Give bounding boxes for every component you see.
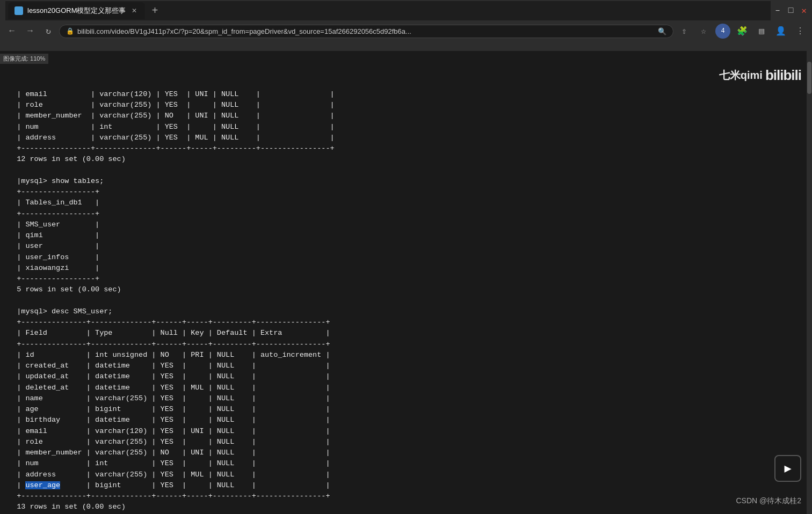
bookmark-icon[interactable]: ☆ [696, 24, 711, 39]
terminal-line-3: | member_number | varchar(255) | NO | UN… [8, 112, 335, 120]
terminal[interactable]: | email | varchar(120) | YES | UNI | NUL… [0, 51, 807, 514]
terminal-line-28: | age | bigint | YES | | NULL | | [8, 405, 330, 413]
terminal-line-10: | Tables_in_db1 | [8, 199, 99, 207]
terminal-line-13: | qimi | [8, 231, 99, 239]
terminal-line-17: +-----------------+ [8, 275, 99, 283]
forward-button[interactable]: → [23, 24, 38, 39]
terminal-line-30: | email | varchar(120) | YES | UNI | NUL… [8, 427, 330, 435]
highlighted-user-age: user_age [25, 481, 60, 489]
toolbar-icons: ⇧ ☆ 4 🧩 ▤ 👤 ⋮ [677, 24, 808, 39]
address-input[interactable]: 🔒 bilibili.com/video/BV1gJ411p7xC/?p=20&… [59, 25, 673, 38]
page-content: 图像完成: 110% | email | varchar(120) | YES … [0, 51, 812, 514]
sidebar-icon[interactable]: ▤ [754, 24, 769, 39]
terminal-line-35: | user_age | bigint | YES | | NULL | | [8, 481, 330, 489]
tab-bar: lesson20GORM模型定义那些事 ✕ + [5, 1, 771, 20]
maximize-button[interactable]: □ [788, 6, 794, 16]
terminal-line-37: 13 rows in set (0.00 sec) [8, 503, 126, 511]
terminal-line-32: | member_number | varchar(255) | NO | UN… [8, 449, 330, 457]
browser-chrome: lesson20GORM模型定义那些事 ✕ + – □ ✕ ← → ↻ 🔒 bi… [0, 0, 812, 51]
terminal-line-26: | deleted_at | datetime | YES | MUL | NU… [8, 384, 330, 392]
url-text: bilibili.com/video/BV1gJ411p7xC/?p=20&sp… [77, 27, 655, 35]
tab-label: lesson20GORM模型定义那些事 [27, 6, 126, 16]
share-icon[interactable]: ⇧ [677, 24, 692, 39]
terminal-line-5: | address | varchar(255) | YES | MUL | N… [8, 134, 335, 142]
window-controls: – □ ✕ [775, 5, 807, 16]
profile-icon[interactable]: 👤 [773, 24, 788, 39]
play-button[interactable]: ▶ [774, 455, 801, 482]
terminal-line-9: +-----------------+ [8, 188, 99, 196]
extension-icon[interactable]: 4 [715, 24, 730, 39]
terminal-line-2: | role | varchar(255) | YES | | NULL | | [8, 101, 335, 109]
terminal-line-23: | id | int unsigned | NO | PRI | NULL | … [8, 351, 330, 359]
terminal-line-15: | user_infos | [8, 253, 99, 261]
puzzle-icon[interactable]: 🧩 [735, 24, 750, 39]
terminal-line-36: +---------------+--------------+------+-… [8, 492, 330, 500]
terminal-line-29: | birthday | datetime | YES | | NULL | | [8, 416, 330, 424]
new-tab-button[interactable]: + [147, 3, 162, 18]
menu-icon[interactable]: ⋮ [793, 24, 808, 39]
terminal-line-20: +---------------+--------------+------+-… [8, 318, 330, 326]
terminal-content: | email | varchar(120) | YES | UNI | NUL… [8, 78, 799, 515]
active-tab[interactable]: lesson20GORM模型定义那些事 ✕ [8, 2, 145, 19]
terminal-line-33: | num | int | YES | | NULL | | [8, 459, 330, 467]
lock-icon: 🔒 [66, 27, 74, 35]
close-button[interactable]: ✕ [801, 5, 807, 16]
terminal-line-6: +----------------+--------------+------+… [8, 144, 335, 152]
terminal-line-16: | xiaowangzi | [8, 264, 99, 272]
search-icon: 🔍 [658, 27, 666, 35]
terminal-line-22: +---------------+--------------+------+-… [8, 340, 330, 348]
scrollbar[interactable] [807, 51, 812, 514]
terminal-line-25: | updated_at | datetime | YES | | NULL |… [8, 372, 330, 380]
terminal-line-4: | num | int | YES | | NULL | | [8, 123, 335, 131]
tab-close-btn[interactable]: ✕ [130, 6, 139, 15]
terminal-line-18: 5 rows in set (0.00 sec) [8, 285, 121, 293]
back-button[interactable]: ← [4, 24, 19, 39]
terminal-line-34: | address | varchar(255) | YES | MUL | N… [8, 471, 330, 479]
address-bar-row: ← → ↻ 🔒 bilibili.com/video/BV1gJ411p7xC/… [0, 21, 812, 41]
scrollbar-thumb[interactable] [807, 62, 811, 94]
terminal-line-19: |mysql> desc SMS_user; [8, 307, 112, 315]
terminal-line-24: | created_at | datetime | YES | | NULL |… [8, 362, 330, 370]
terminal-line-12: | SMS_user | [8, 221, 99, 229]
bilibili-watermark: 七米qimi bilibili [719, 67, 801, 84]
terminal-line-27: | name | varchar(255) | YES | | NULL | | [8, 394, 330, 402]
terminal-line-31: | role | varchar(255) | YES | | NULL | | [8, 438, 330, 446]
terminal-line-7: 12 rows in set (0.00 sec) [8, 155, 126, 163]
minimize-button[interactable]: – [775, 6, 780, 16]
tab-favicon [15, 6, 23, 15]
title-bar: lesson20GORM模型定义那些事 ✕ + – □ ✕ [0, 0, 812, 21]
terminal-line-8: |mysql> show tables; [8, 177, 104, 185]
qimi-text: 七米qimi [719, 68, 763, 83]
terminal-line-21: | Field | Type | Null | Key | Default | … [8, 329, 330, 337]
terminal-line-1: | email | varchar(120) | YES | UNI | NUL… [8, 90, 335, 98]
terminal-line-14: | user | [8, 242, 99, 250]
zoom-badge: 图像完成: 110% [0, 54, 48, 64]
terminal-line-11: +-----------------+ [8, 210, 99, 218]
bilibili-text: bilibili [765, 67, 801, 84]
reload-button[interactable]: ↻ [41, 24, 56, 39]
csdn-watermark: CSDN @待木成桂2 [736, 496, 801, 506]
